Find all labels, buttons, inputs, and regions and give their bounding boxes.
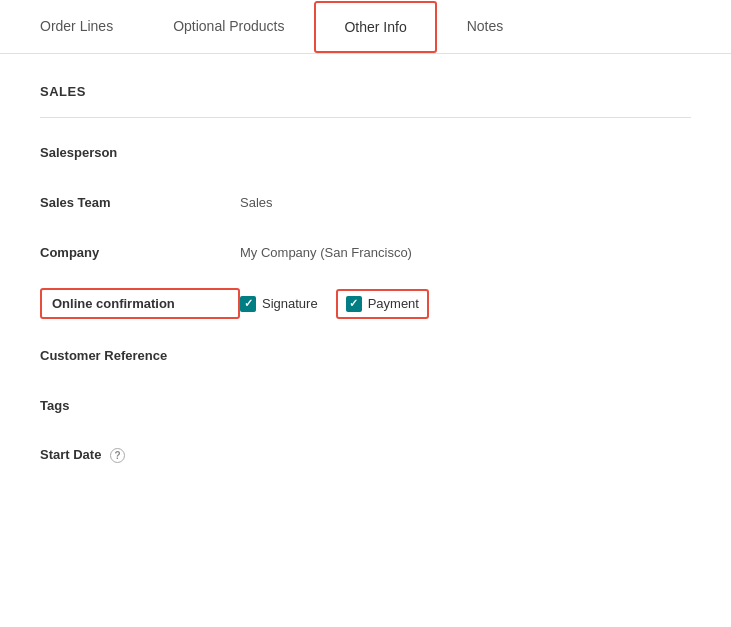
checkbox-item-payment[interactable]: Payment [336,289,429,319]
signature-checkbox-label: Signature [262,296,318,311]
checkbox-group-online-confirmation: Signature Payment [240,289,691,319]
field-row-start-date: Start Date ? [40,441,691,469]
label-sales-team: Sales Team [40,195,240,210]
section-divider [40,117,691,118]
value-online-confirmation: Signature Payment [240,289,691,319]
field-row-sales-team: Sales Team Sales [40,188,691,216]
label-customer-reference: Customer Reference [40,348,240,363]
payment-checkbox-icon[interactable] [346,296,362,312]
field-row-salesperson: Salesperson [40,138,691,166]
field-row-customer-reference: Customer Reference [40,341,691,369]
section-title: SALES [40,84,691,99]
checkbox-item-signature[interactable]: Signature [240,296,318,312]
label-tags: Tags [40,398,240,413]
tab-other-info[interactable]: Other Info [314,1,436,53]
start-date-text: Start Date [40,447,101,462]
payment-checkbox-label: Payment [368,296,419,311]
tab-optional-products[interactable]: Optional Products [143,0,314,54]
tabs-container: Order Lines Optional Products Other Info… [0,0,731,54]
field-row-online-confirmation: Online confirmation Signature Payment [40,288,691,319]
content-area: SALES Salesperson Sales Team Sales Compa… [0,54,731,521]
label-company: Company [40,245,240,260]
value-company[interactable]: My Company (San Francisco) [240,245,691,260]
tab-order-lines[interactable]: Order Lines [10,0,143,54]
signature-checkbox-icon[interactable] [240,296,256,312]
field-row-tags: Tags [40,391,691,419]
field-row-company: Company My Company (San Francisco) [40,238,691,266]
value-sales-team[interactable]: Sales [240,195,691,210]
label-salesperson: Salesperson [40,145,240,160]
label-online-confirmation[interactable]: Online confirmation [40,288,240,319]
label-start-date: Start Date ? [40,447,240,463]
tab-notes[interactable]: Notes [437,0,534,54]
start-date-help-icon[interactable]: ? [110,448,125,463]
